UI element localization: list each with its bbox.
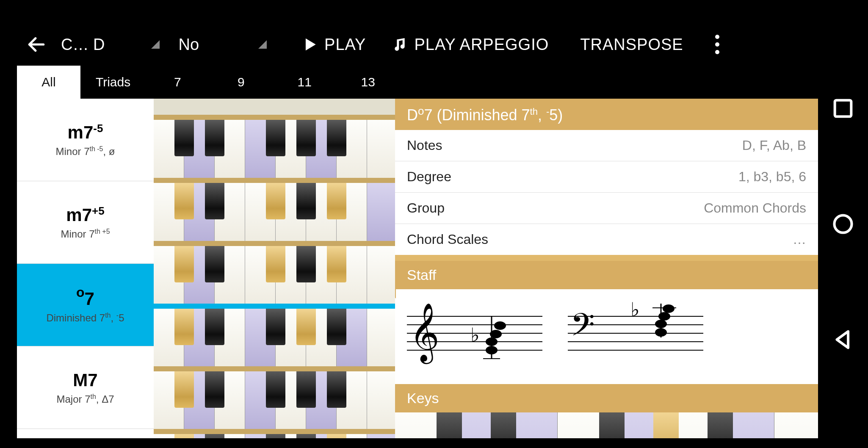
black-key[interactable] — [174, 434, 194, 438]
bass-staff: 𝄢 ♭ — [568, 299, 703, 367]
black-key[interactable] — [205, 309, 224, 345]
divider — [395, 255, 818, 261]
white-key[interactable] — [367, 309, 395, 367]
tab-triads[interactable]: Triads — [80, 66, 146, 99]
row-divider — [154, 178, 395, 183]
chord-list-item[interactable]: m7-5Minor 7th -5, ø — [17, 99, 154, 181]
chord-symbol: o7 — [76, 286, 94, 309]
nav-recent-icon[interactable] — [831, 96, 855, 121]
svg-point-25 — [663, 304, 674, 313]
black-key[interactable] — [174, 246, 194, 282]
black-key[interactable] — [599, 412, 625, 438]
white-key[interactable] — [367, 246, 395, 304]
info-row[interactable]: GroupCommon Chords — [395, 193, 818, 224]
black-key[interactable] — [266, 120, 285, 156]
info-row[interactable]: NotesD, F, Ab, B — [395, 130, 818, 161]
black-key[interactable] — [296, 309, 316, 345]
chord-list-item[interactable]: m7+5Minor 7th +5 — [17, 181, 154, 264]
black-key[interactable] — [327, 120, 346, 156]
black-key[interactable] — [491, 412, 516, 438]
svg-point-24 — [658, 312, 670, 321]
info-row[interactable]: Degree1, b3, b5, 6 — [395, 161, 818, 193]
black-key[interactable] — [174, 120, 194, 156]
black-key[interactable] — [327, 183, 346, 219]
white-key[interactable] — [367, 434, 395, 438]
chord-list[interactable]: m7-5Minor 7th -5, øm7+5Minor 7th +5o7Dim… — [17, 99, 154, 438]
black-key[interactable] — [266, 371, 285, 408]
black-key[interactable] — [296, 183, 316, 219]
chord-detail-panel: Do7 (Diminished 7th, -5) NotesD, F, Ab, … — [395, 99, 818, 438]
svg-point-1 — [834, 215, 851, 232]
white-key[interactable] — [367, 183, 395, 241]
white-key[interactable] — [367, 120, 395, 178]
black-key[interactable] — [327, 371, 346, 408]
chord-filter-tabs: AllTriads791113 — [17, 66, 818, 99]
keyboard-large[interactable] — [395, 412, 818, 438]
black-key[interactable] — [296, 246, 316, 282]
black-key[interactable] — [266, 246, 285, 282]
black-key[interactable] — [205, 246, 224, 282]
row-divider — [154, 241, 395, 246]
transpose-label: TRANSPOSE — [580, 36, 683, 54]
chord-list-item[interactable]: o7Diminished 7th, -5 — [17, 264, 154, 346]
row-divider — [154, 429, 395, 434]
back-button[interactable] — [22, 30, 51, 59]
white-key[interactable] — [367, 371, 395, 430]
piano-preview-column[interactable] — [154, 99, 395, 438]
black-key[interactable] — [296, 371, 316, 408]
black-key[interactable] — [266, 309, 285, 345]
piano-row[interactable] — [154, 366, 395, 430]
root-note-label: D — [93, 36, 105, 53]
piano-row[interactable] — [154, 304, 395, 367]
black-key[interactable] — [296, 434, 316, 438]
svg-rect-0 — [835, 100, 851, 117]
black-key[interactable] — [174, 183, 194, 219]
tab-9[interactable]: 9 — [209, 66, 273, 99]
black-key[interactable] — [174, 371, 194, 408]
black-key[interactable] — [205, 183, 224, 219]
nav-home-icon[interactable] — [831, 212, 855, 236]
black-key[interactable] — [205, 120, 224, 156]
svg-text:♭: ♭ — [630, 299, 640, 321]
info-row[interactable]: Chord Scales… — [395, 224, 818, 255]
tab-7[interactable]: 7 — [146, 66, 209, 99]
info-key: Chord Scales — [407, 232, 488, 247]
black-key[interactable] — [653, 412, 679, 438]
tab-all[interactable]: All — [17, 66, 80, 99]
keys-header: Keys — [395, 384, 818, 412]
piano-row[interactable] — [154, 178, 395, 241]
piano-row[interactable] — [154, 241, 395, 304]
svg-text:♭: ♭ — [470, 324, 480, 346]
black-key[interactable] — [437, 412, 462, 438]
play-button[interactable]: PLAY — [302, 36, 366, 54]
black-key[interactable] — [174, 309, 194, 345]
black-key[interactable] — [266, 434, 285, 438]
piano-row[interactable] — [154, 115, 395, 178]
staff-header: Staff — [395, 261, 818, 289]
white-key[interactable] — [774, 412, 818, 438]
black-key[interactable] — [205, 371, 224, 408]
info-key: Notes — [407, 138, 442, 153]
play-label: PLAY — [324, 36, 366, 54]
black-key[interactable] — [296, 120, 316, 156]
tab-13[interactable]: 13 — [336, 66, 400, 99]
chord-symbol: m7+5 — [66, 205, 104, 225]
transpose-button[interactable]: TRANSPOSE — [574, 36, 683, 54]
piano-row[interactable] — [154, 429, 395, 438]
black-key[interactable] — [266, 183, 285, 219]
music-note-icon — [391, 36, 408, 53]
chord-spinner[interactable]: C… D — [61, 36, 160, 54]
black-key[interactable] — [327, 434, 346, 438]
tab-11[interactable]: 11 — [273, 66, 336, 99]
play-arp-label: PLAY ARPEGGIO — [414, 36, 549, 54]
chord-symbol: M7 — [73, 370, 97, 390]
black-key[interactable] — [708, 412, 733, 438]
overflow-menu-button[interactable] — [705, 35, 730, 54]
black-key[interactable] — [327, 309, 346, 345]
inversion-spinner[interactable]: No — [178, 36, 267, 54]
black-key[interactable] — [327, 246, 346, 282]
black-key[interactable] — [205, 434, 224, 438]
chord-list-item[interactable]: M7Major 7th, Δ7 — [17, 346, 154, 429]
play-arpeggio-button[interactable]: PLAY ARPEGGIO — [391, 36, 549, 54]
nav-back-icon[interactable] — [831, 327, 855, 352]
